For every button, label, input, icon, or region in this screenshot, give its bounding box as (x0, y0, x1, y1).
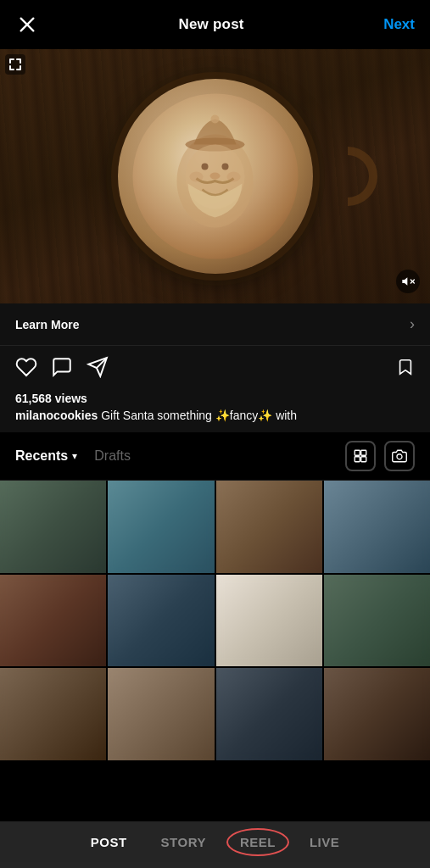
bookmark-button[interactable] (396, 358, 415, 376)
recents-label-text: Recents (15, 448, 68, 464)
like-button[interactable] (15, 356, 37, 378)
views-count: 61,568 views (15, 392, 415, 405)
svg-point-9 (190, 171, 204, 181)
tab-live[interactable]: LIVE (304, 833, 344, 851)
mute-button[interactable] (396, 270, 420, 293)
grid-cell-1[interactable] (108, 481, 214, 573)
actions-left (15, 356, 109, 378)
header: New post Next (0, 0, 430, 49)
grid-cell-10[interactable] (216, 668, 322, 760)
grid-cell-0[interactable] (0, 481, 106, 573)
tab-post[interactable]: POST (86, 833, 132, 851)
camera-button[interactable] (384, 441, 415, 471)
recents-icons (345, 441, 415, 471)
preview-image-area (0, 49, 430, 303)
expand-icon[interactable] (5, 54, 25, 75)
latte-art (148, 108, 283, 244)
svg-rect-16 (355, 450, 360, 455)
drafts-tab[interactable]: Drafts (94, 448, 131, 464)
svg-marker-11 (402, 277, 407, 285)
svg-rect-19 (361, 457, 366, 462)
recents-bar: Recents ▾ Drafts (0, 432, 430, 481)
grid-cell-11[interactable] (324, 668, 430, 760)
multi-select-button[interactable] (345, 441, 376, 471)
svg-point-8 (210, 172, 221, 179)
svg-point-7 (222, 163, 229, 170)
comment-button[interactable] (51, 356, 73, 378)
grid-cell-9[interactable] (108, 668, 214, 760)
actions-bar (0, 346, 430, 388)
svg-rect-17 (361, 450, 366, 455)
chevron-right-icon: › (410, 315, 415, 333)
cup-inner (132, 94, 298, 259)
cup-outer (118, 79, 313, 274)
caption-body: Gift Santa something ✨fancy✨ with (101, 409, 297, 422)
grid-cell-8[interactable] (0, 668, 106, 760)
learn-more-bar[interactable]: Learn More › (0, 303, 430, 346)
photo-grid (0, 481, 430, 760)
grid-cell-4[interactable] (0, 575, 106, 667)
share-button[interactable] (87, 356, 109, 378)
bottom-tabs: POST STORY REEL LIVE (0, 821, 430, 868)
svg-point-20 (397, 454, 402, 459)
grid-cell-7[interactable] (324, 575, 430, 667)
page-title: New post (178, 16, 243, 33)
svg-point-4 (211, 114, 220, 123)
tab-story[interactable]: STORY (156, 833, 211, 851)
post-meta: 61,568 views milanocookies Gift Santa so… (0, 388, 430, 432)
grid-cell-2[interactable] (216, 481, 322, 573)
grid-cell-6[interactable] (216, 575, 322, 667)
latte-image (0, 49, 430, 303)
tab-reel[interactable]: REEL (235, 833, 281, 851)
next-button[interactable]: Next (383, 16, 415, 33)
grid-cell-5[interactable] (108, 575, 214, 667)
svg-point-10 (227, 171, 241, 181)
recents-left: Recents ▾ Drafts (15, 448, 131, 464)
recents-chevron-icon: ▾ (72, 450, 77, 462)
svg-rect-18 (355, 457, 360, 462)
svg-point-6 (202, 163, 209, 170)
learn-more-label: Learn More (15, 318, 79, 331)
close-button[interactable] (15, 13, 39, 36)
grid-cell-3[interactable] (324, 481, 430, 573)
recents-dropdown[interactable]: Recents ▾ (15, 448, 77, 464)
caption-row: milanocookies Gift Santa something ✨fanc… (15, 409, 415, 422)
caption-username[interactable]: milanocookies (15, 409, 98, 422)
